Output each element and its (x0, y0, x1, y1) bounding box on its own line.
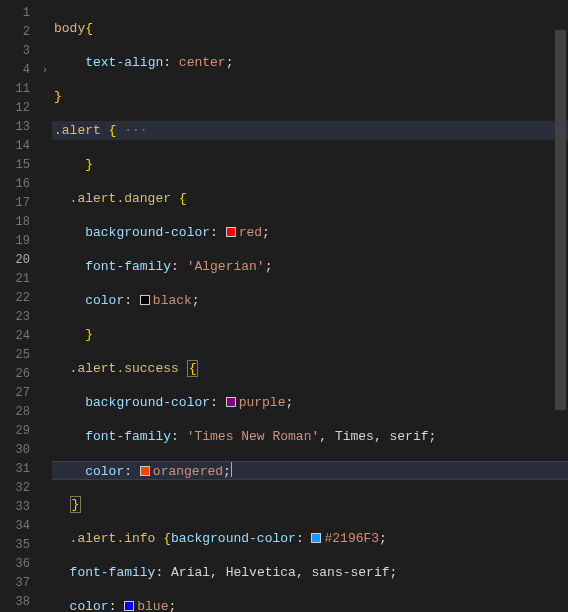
code-line[interactable]: } (52, 325, 568, 344)
line-number: 1 (0, 4, 30, 23)
code-line-active[interactable]: color: orangered; (52, 461, 568, 480)
color-swatch-icon (311, 533, 321, 543)
line-number: 36 (0, 555, 30, 574)
line-number: 17 (0, 194, 30, 213)
code-line[interactable]: text-align: center; (52, 53, 568, 72)
line-number: 33 (0, 498, 30, 517)
line-number: 3 (0, 42, 30, 61)
code-content[interactable]: body{ text-align: center; } .alert { ···… (52, 0, 568, 612)
line-number: 11 (0, 80, 30, 99)
line-number: 25 (0, 346, 30, 365)
code-line[interactable]: .alert.info {background-color: #2196F3; (52, 529, 568, 548)
line-number: 28 (0, 403, 30, 422)
code-line[interactable]: color: blue; (52, 597, 568, 612)
line-number: 23 (0, 308, 30, 327)
line-number: 19 (0, 232, 30, 251)
code-editor[interactable]: 1 2 3 4 11 12 13 14 15 16 17 18 19 20 21… (0, 0, 568, 612)
line-number: 32 (0, 479, 30, 498)
line-number-gutter: 1 2 3 4 11 12 13 14 15 16 17 18 19 20 21… (0, 0, 38, 612)
bracket-match: { (187, 360, 199, 377)
fold-column: › (38, 0, 52, 612)
line-number: 21 (0, 270, 30, 289)
color-swatch-icon (226, 397, 236, 407)
code-line[interactable]: } (52, 495, 568, 514)
code-line[interactable]: } (52, 87, 568, 106)
line-number: 14 (0, 137, 30, 156)
code-line[interactable]: background-color: red; (52, 223, 568, 242)
code-line[interactable]: font-family: Arial, Helvetica, sans-seri… (52, 563, 568, 582)
code-line[interactable]: font-family: 'Times New Roman', Times, s… (52, 427, 568, 446)
scrollbar-thumb[interactable] (555, 30, 566, 410)
code-line[interactable]: font-family: 'Algerian'; (52, 257, 568, 276)
line-number: 12 (0, 99, 30, 118)
line-number: 27 (0, 384, 30, 403)
vertical-scrollbar[interactable] (555, 0, 566, 612)
code-line[interactable]: body{ (52, 19, 568, 38)
code-line[interactable]: } (52, 155, 568, 174)
line-number: 26 (0, 365, 30, 384)
line-number: 18 (0, 213, 30, 232)
line-number: 29 (0, 422, 30, 441)
line-number: 13 (0, 118, 30, 137)
line-number: 4 (0, 61, 30, 80)
line-number: 37 (0, 574, 30, 593)
text-cursor (231, 462, 232, 477)
line-number: 31 (0, 460, 30, 479)
code-line[interactable]: color: black; (52, 291, 568, 310)
code-line-folded[interactable]: .alert { ··· (52, 121, 568, 140)
color-swatch-icon (124, 601, 134, 611)
bracket-match: } (70, 496, 82, 513)
line-number: 16 (0, 175, 30, 194)
color-swatch-icon (226, 227, 236, 237)
color-swatch-icon (140, 466, 150, 476)
code-line[interactable]: .alert.danger { (52, 189, 568, 208)
line-number: 38 (0, 593, 30, 612)
code-line[interactable]: .alert.success { (52, 359, 568, 378)
line-number: 34 (0, 517, 30, 536)
line-number: 15 (0, 156, 30, 175)
color-swatch-icon (140, 295, 150, 305)
line-number: 24 (0, 327, 30, 346)
line-number: 22 (0, 289, 30, 308)
line-number-active: 20 (0, 251, 30, 270)
code-line[interactable]: background-color: purple; (52, 393, 568, 412)
line-number: 30 (0, 441, 30, 460)
line-number: 2 (0, 23, 30, 42)
line-number: 35 (0, 536, 30, 555)
chevron-right-icon[interactable]: › (38, 61, 52, 80)
